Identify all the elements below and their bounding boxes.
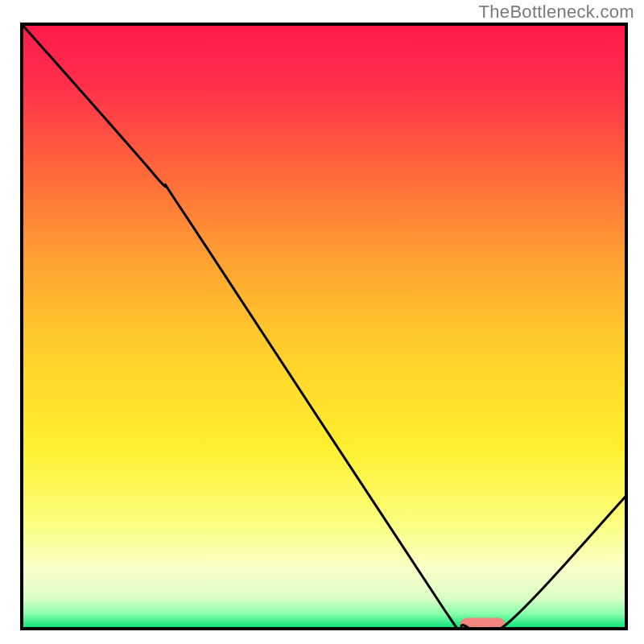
watermark-label: TheBottleneck.com [479, 2, 634, 23]
gradient-background [22, 24, 626, 629]
bottleneck-chart: TheBottleneck.com [0, 0, 644, 644]
chart-svg [0, 0, 644, 644]
